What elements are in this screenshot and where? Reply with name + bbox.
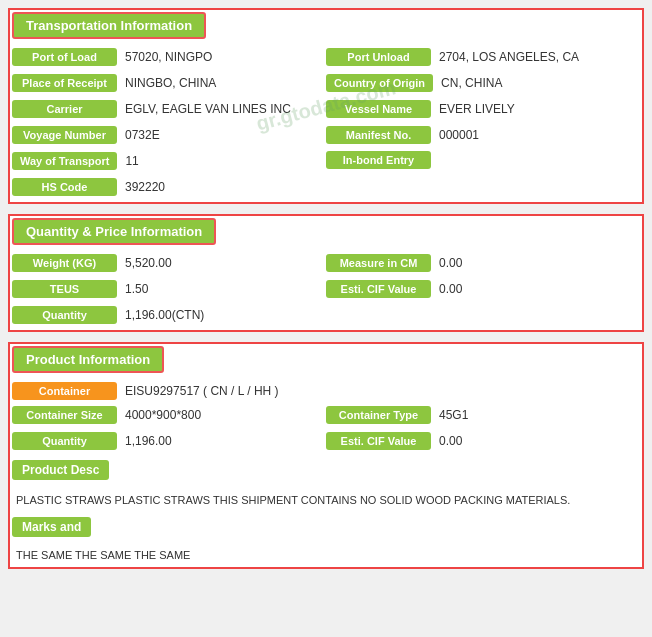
transportation-section: Transportation Information Port of Load … bbox=[8, 8, 644, 204]
container-type-label: Container Type bbox=[326, 406, 431, 424]
manifest-no-value: 000001 bbox=[431, 125, 487, 145]
marks-label: Marks and bbox=[12, 517, 91, 537]
teus-label: TEUS bbox=[12, 280, 117, 298]
esti-cif-product-value: 0.00 bbox=[431, 431, 470, 451]
measure-value: 0.00 bbox=[431, 253, 470, 273]
voyage-number-row: Voyage Number 0732E bbox=[12, 125, 326, 145]
container-type-row: Container Type 45G1 bbox=[326, 405, 640, 425]
place-of-receipt-value: NINGBO, CHINA bbox=[117, 73, 224, 93]
country-of-origin-value: CN, CHINA bbox=[433, 73, 510, 93]
quantity-header: Quantity & Price Information bbox=[12, 218, 216, 245]
port-of-load-value: 57020, NINGPO bbox=[117, 47, 220, 67]
product-quantity-label: Quantity bbox=[12, 432, 117, 450]
measure-row: Measure in CM 0.00 bbox=[326, 253, 640, 273]
country-of-origin-label: Country of Origin bbox=[326, 74, 433, 92]
way-of-transport-label: Way of Transport bbox=[12, 152, 117, 170]
esti-cif-qty-row: Esti. CIF Value 0.00 bbox=[326, 279, 640, 299]
marks-text: THE SAME THE SAME THE SAME bbox=[12, 545, 640, 565]
esti-cif-qty-value: 0.00 bbox=[431, 279, 470, 299]
inbond-entry-value bbox=[431, 157, 447, 163]
quantity-right: Measure in CM 0.00 Esti. CIF Value 0.00 bbox=[326, 253, 640, 328]
product-desc-label: Product Desc bbox=[12, 460, 109, 480]
product-content: Product Information Container EISU929751… bbox=[12, 346, 640, 565]
voyage-number-value: 0732E bbox=[117, 125, 168, 145]
quantity-value: 1,196.00(CTN) bbox=[117, 305, 212, 325]
port-of-load-row: Port of Load 57020, NINGPO bbox=[12, 47, 326, 67]
way-of-transport-row: Way of Transport 11 bbox=[12, 151, 326, 171]
container-value: EISU9297517 ( CN / L / HH ) bbox=[117, 381, 287, 401]
product-quantity-value: 1,196.00 bbox=[117, 431, 180, 451]
vessel-name-label: Vessel Name bbox=[326, 100, 431, 118]
transportation-left: Port of Load 57020, NINGPO Place of Rece… bbox=[12, 47, 326, 200]
product-left: Container Size 4000*900*800 Quantity 1,1… bbox=[12, 405, 326, 454]
weight-row: Weight (KG) 5,520.00 bbox=[12, 253, 326, 273]
country-of-origin-row: Country of Origin CN, CHINA bbox=[326, 73, 640, 93]
esti-cif-product-label: Esti. CIF Value bbox=[326, 432, 431, 450]
port-of-load-label: Port of Load bbox=[12, 48, 117, 66]
teus-value: 1.50 bbox=[117, 279, 156, 299]
weight-label: Weight (KG) bbox=[12, 254, 117, 272]
manifest-no-row: Manifest No. 000001 bbox=[326, 125, 640, 145]
transportation-right: Port Unload 2704, LOS ANGELES, CA Countr… bbox=[326, 47, 640, 200]
container-row: Container EISU9297517 ( CN / L / HH ) bbox=[12, 381, 640, 401]
port-unload-row: Port Unload 2704, LOS ANGELES, CA bbox=[326, 47, 640, 67]
marks-container: Marks and THE SAME THE SAME THE SAME bbox=[12, 517, 640, 565]
container-size-value: 4000*900*800 bbox=[117, 405, 209, 425]
quantity-fields: Weight (KG) 5,520.00 TEUS 1.50 Quantity … bbox=[12, 253, 640, 328]
carrier-label: Carrier bbox=[12, 100, 117, 118]
vessel-name-value: EVER LIVELY bbox=[431, 99, 523, 119]
product-quantity-row: Quantity 1,196.00 bbox=[12, 431, 326, 451]
vessel-name-row: Vessel Name EVER LIVELY bbox=[326, 99, 640, 119]
container-size-label: Container Size bbox=[12, 406, 117, 424]
quantity-row: Quantity 1,196.00(CTN) bbox=[12, 305, 326, 325]
product-desc-text: PLASTIC STRAWS PLASTIC STRAWS THIS SHIPM… bbox=[12, 488, 640, 513]
inbond-entry-label: In-bond Entry bbox=[326, 151, 431, 169]
esti-cif-product-row: Esti. CIF Value 0.00 bbox=[326, 431, 640, 451]
hs-code-row: HS Code 392220 bbox=[12, 177, 326, 197]
inbond-entry-row: In-bond Entry bbox=[326, 151, 640, 169]
product-section: Product Information Container EISU929751… bbox=[8, 342, 644, 569]
voyage-number-label: Voyage Number bbox=[12, 126, 117, 144]
transportation-content: Transportation Information Port of Load … bbox=[12, 12, 640, 200]
measure-label: Measure in CM bbox=[326, 254, 431, 272]
quantity-section: Quantity & Price Information Weight (KG)… bbox=[8, 214, 644, 332]
esti-cif-qty-label: Esti. CIF Value bbox=[326, 280, 431, 298]
hs-code-value: 392220 bbox=[117, 177, 173, 197]
way-of-transport-value: 11 bbox=[117, 151, 146, 171]
container-size-row: Container Size 4000*900*800 bbox=[12, 405, 326, 425]
product-fields: Container Size 4000*900*800 Quantity 1,1… bbox=[12, 405, 640, 454]
port-unload-value: 2704, LOS ANGELES, CA bbox=[431, 47, 587, 67]
quantity-label: Quantity bbox=[12, 306, 117, 324]
product-right: Container Type 45G1 Esti. CIF Value 0.00 bbox=[326, 405, 640, 454]
manifest-no-label: Manifest No. bbox=[326, 126, 431, 144]
product-desc-container: Product Desc PLASTIC STRAWS PLASTIC STRA… bbox=[12, 460, 640, 513]
port-unload-label: Port Unload bbox=[326, 48, 431, 66]
carrier-value: EGLV, EAGLE VAN LINES INC bbox=[117, 99, 299, 119]
container-label: Container bbox=[12, 382, 117, 400]
hs-code-label: HS Code bbox=[12, 178, 117, 196]
carrier-row: Carrier EGLV, EAGLE VAN LINES INC bbox=[12, 99, 326, 119]
place-of-receipt-label: Place of Receipt bbox=[12, 74, 117, 92]
quantity-left: Weight (KG) 5,520.00 TEUS 1.50 Quantity … bbox=[12, 253, 326, 328]
product-header: Product Information bbox=[12, 346, 164, 373]
container-type-value: 45G1 bbox=[431, 405, 476, 425]
transportation-header: Transportation Information bbox=[12, 12, 206, 39]
quantity-content: Quantity & Price Information Weight (KG)… bbox=[12, 218, 640, 328]
transportation-fields: Port of Load 57020, NINGPO Place of Rece… bbox=[12, 47, 640, 200]
teus-row: TEUS 1.50 bbox=[12, 279, 326, 299]
place-of-receipt-row: Place of Receipt NINGBO, CHINA bbox=[12, 73, 326, 93]
weight-value: 5,520.00 bbox=[117, 253, 180, 273]
